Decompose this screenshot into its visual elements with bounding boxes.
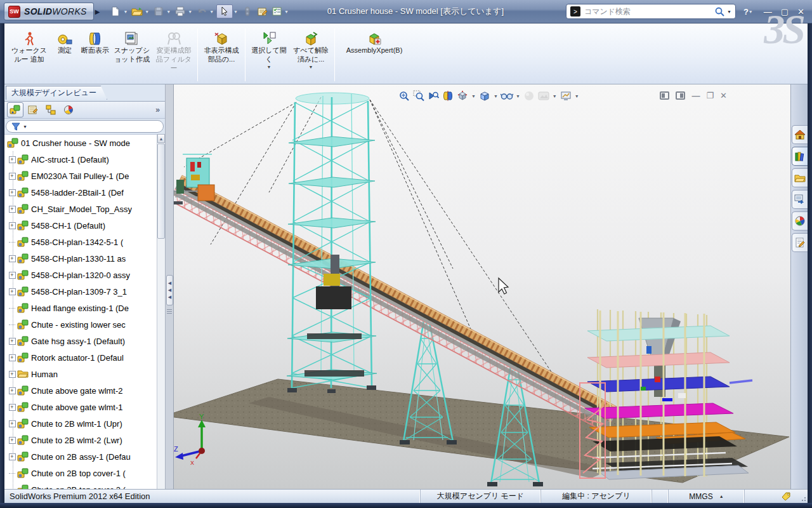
tree-item[interactable]: + EM0230A Tail Pulley-1 (De xyxy=(4,168,157,184)
menu-expand-arrow-icon[interactable]: ▶ xyxy=(95,8,100,15)
cmdbar-button-section-display[interactable]: 断面表示 ▼ xyxy=(81,27,109,60)
zoom-fit-icon[interactable] xyxy=(398,90,410,102)
custom-properties-icon[interactable] xyxy=(792,233,808,252)
graphics-viewport[interactable]: Y Z X xyxy=(173,84,790,489)
tree-item[interactable]: + Chute above gate wlmt-2 xyxy=(4,382,157,399)
expand-toggle[interactable]: + xyxy=(9,453,16,460)
model-viewport-scene[interactable]: Y Z X xyxy=(174,84,791,489)
cmdbar-button-set-all-resolved[interactable]: すべて解除済みに... ▼ xyxy=(292,27,330,69)
cmdbar-button-open-selected[interactable]: 選択して開く ▼ xyxy=(250,27,288,69)
expand-toggle[interactable]: + xyxy=(9,189,16,196)
expand-toggle[interactable]: + xyxy=(9,387,16,394)
tree-item[interactable]: + 5458-CH-1 (Default) xyxy=(4,217,157,234)
tree-item[interactable]: 5458-CH-plan-1342-5-1 ( xyxy=(4,234,157,250)
expand-toggle[interactable]: + xyxy=(9,206,16,213)
display-style-icon[interactable] xyxy=(478,90,491,102)
expand-toggle[interactable]: + xyxy=(9,255,16,262)
child-close-icon[interactable]: ✕ xyxy=(720,91,727,100)
tree-item[interactable]: + Chute to 2B wlmt-2 (Lwr) xyxy=(4,432,157,448)
tree-item[interactable]: + 5458-ladder-2Btail-1 (Def xyxy=(4,184,157,201)
property-manager-icon[interactable] xyxy=(25,102,41,117)
edit-appearance-icon[interactable] xyxy=(523,90,535,102)
child-restore-icon[interactable]: ❐ xyxy=(706,91,714,100)
hide-show-items-icon[interactable] xyxy=(501,90,513,102)
pane-right-icon[interactable] xyxy=(676,91,685,100)
panel-collapse-button[interactable]: ◀◀◀ xyxy=(166,275,173,305)
expand-toggle[interactable]: + xyxy=(9,371,16,378)
cmdbar-button-walkthrough-add[interactable]: ウォークスルー 追加 ▼ xyxy=(10,27,48,69)
expand-toggle[interactable]: + xyxy=(9,404,16,411)
tree-item[interactable]: Chute on 2B top cover-1 ( xyxy=(4,465,157,481)
expand-toggle[interactable]: + xyxy=(9,272,16,279)
view-orientation-icon[interactable] xyxy=(456,90,469,102)
pane-left-icon[interactable] xyxy=(660,91,669,100)
expand-toggle[interactable]: + xyxy=(9,288,16,295)
scroll-up-button[interactable]: ▲ xyxy=(157,134,165,143)
tree-item[interactable]: + Chute on 2B assy-1 (Defau xyxy=(4,448,157,465)
floor-pink xyxy=(587,352,730,368)
expand-toggle[interactable]: + xyxy=(9,156,16,163)
cmdbar-button-snapshot-create[interactable]: スナップショット作成 ▼ xyxy=(113,27,151,69)
tree-item[interactable]: Head flange existing-1 (De xyxy=(4,300,157,316)
save-icon[interactable] xyxy=(152,4,166,18)
resize-grip[interactable] xyxy=(799,490,808,503)
cmdbar-button-assembly-xpert[interactable]: AssemblyXpert(B) ▼ xyxy=(339,27,409,60)
feature-manager-icon[interactable] xyxy=(7,102,23,117)
tree-item[interactable]: Chute - existing lower sec xyxy=(4,316,157,333)
tree-item[interactable]: + Chute to 2B wlmt-1 (Upr) xyxy=(4,415,157,432)
cmdbar-button-modified-component-filter[interactable]: 変更構成部品フィルター ▼ xyxy=(155,27,193,77)
tree-item[interactable]: + 5458-CH-plan-1330-11 as xyxy=(4,250,157,267)
section-view-icon[interactable] xyxy=(442,90,454,102)
tree-item[interactable]: + Chute above gate wlmt-1 xyxy=(4,399,157,415)
help-button[interactable]: ? xyxy=(743,7,749,17)
view-settings-icon[interactable] xyxy=(560,90,572,102)
open-icon[interactable] xyxy=(130,4,144,18)
command-search-box[interactable]: > コマンド検索 ▼ xyxy=(566,4,736,19)
tree-item[interactable]: + Human xyxy=(4,366,157,382)
zoom-area-icon[interactable] xyxy=(412,90,425,102)
tree-item[interactable]: + 5458-CH-plan-1309-7 3_1 xyxy=(4,283,157,300)
tree-item[interactable]: + CH_Stair_Model_Top_Assy xyxy=(4,201,157,217)
tree-item[interactable]: + AIC-struct-1 (Default) xyxy=(4,151,157,168)
tree-item[interactable]: + Rotork actuator-1 (Defaul xyxy=(4,349,157,366)
select-cursor-icon[interactable] xyxy=(216,4,233,18)
display-manager-icon[interactable] xyxy=(60,102,77,117)
apply-scene-icon[interactable] xyxy=(537,90,550,102)
tab-overflow-button[interactable]: » xyxy=(155,105,162,114)
panel-splitter[interactable]: ◀◀◀ xyxy=(165,84,173,489)
undo-icon[interactable] xyxy=(195,4,209,18)
design-library-icon[interactable] xyxy=(792,147,808,166)
home-icon[interactable] xyxy=(792,125,808,144)
search-submit-icon[interactable]: ▼ xyxy=(714,6,731,17)
expand-toggle[interactable]: + xyxy=(9,338,16,345)
expand-toggle[interactable]: + xyxy=(9,173,16,180)
tree-scrollbar[interactable]: ▲ xyxy=(157,134,165,489)
expand-toggle[interactable]: + xyxy=(9,437,16,444)
tree-filter-box[interactable]: ▼ xyxy=(6,120,164,133)
cmdbar-button-measure[interactable]: 測定 ▼ xyxy=(52,27,77,60)
tree-item[interactable]: + Gate hsg assy-1 (Default) xyxy=(4,333,157,349)
previous-view-icon[interactable] xyxy=(427,90,440,102)
expand-toggle[interactable]: + xyxy=(9,222,16,229)
expand-toggle[interactable]: + xyxy=(9,420,16,427)
cmdbar-button-hidden-components[interactable]: 非表示構成部品の... ▼ xyxy=(202,27,240,69)
child-minimize-icon[interactable]: — xyxy=(691,91,700,100)
tag-button[interactable] xyxy=(744,490,799,503)
toggle-icon[interactable] xyxy=(240,4,254,18)
units-selector[interactable]: MMGS▲ xyxy=(668,490,744,503)
expand-toggle[interactable]: + xyxy=(9,354,16,361)
configuration-manager-icon[interactable] xyxy=(43,102,59,117)
view-palette-icon[interactable] xyxy=(792,190,808,209)
scroll-thumb[interactable] xyxy=(157,144,165,239)
search-input[interactable]: コマンド検索 xyxy=(584,6,710,17)
filter-dropdown-arrow-icon[interactable]: ▼ xyxy=(23,124,27,129)
tree-item[interactable]: Chute on 2B top cover-2 ( xyxy=(4,481,157,489)
tree-root-item[interactable]: 01 Crusher house - SW mode xyxy=(4,135,157,151)
app-menu-button[interactable]: SW SOLIDWORKS xyxy=(4,3,94,20)
file-explorer-icon[interactable] xyxy=(792,168,808,187)
print-icon[interactable] xyxy=(173,4,187,18)
new-document-icon[interactable] xyxy=(108,4,122,18)
large-design-review-tab[interactable]: 大規模デザインレビュー xyxy=(6,86,107,100)
tree-item[interactable]: + 5458-CH-plan-1320-0 assy xyxy=(4,267,157,283)
appearances-icon[interactable] xyxy=(792,211,808,231)
